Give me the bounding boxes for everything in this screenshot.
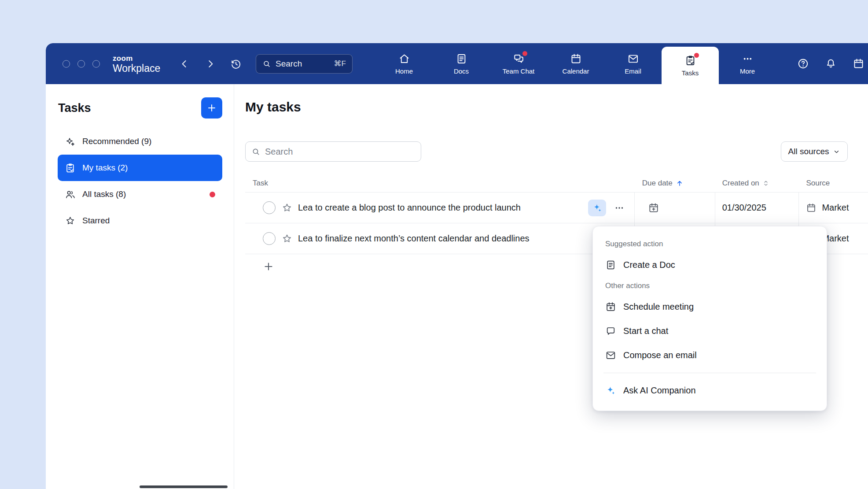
notification-dot: [694, 53, 699, 58]
sidebar: Tasks Recommended (9) My tasks (2): [46, 84, 234, 489]
row-actions: [588, 200, 634, 216]
task-cell: Lea to finalize next month’s content cal…: [245, 223, 635, 254]
table-row[interactable]: Lea to create a blog post to announce th…: [245, 193, 868, 223]
nav-label: Email: [625, 67, 641, 75]
sort-toggle-icon[interactable]: [762, 180, 769, 187]
nav-label: Tasks: [682, 69, 699, 77]
calendar-icon: [853, 58, 864, 70]
star-icon[interactable]: [281, 233, 293, 244]
window-controls[interactable]: [63, 60, 100, 67]
ai-sparkle-icon: [592, 203, 603, 213]
nav-item-tasks[interactable]: Tasks: [662, 47, 719, 84]
task-search-input[interactable]: [265, 147, 415, 157]
sort-ascending-icon[interactable]: [676, 179, 684, 187]
ai-companion-button[interactable]: [588, 200, 606, 216]
global-search-placeholder: Search: [276, 59, 330, 69]
nav-item-team-chat[interactable]: Team Chat: [490, 43, 547, 84]
chat-bubble-icon: [605, 326, 616, 337]
column-header-due-date[interactable]: Due date: [635, 179, 715, 188]
workplace-logo-text: Workplace: [113, 63, 160, 73]
task-search-field[interactable]: [245, 141, 421, 162]
nav-label: Calendar: [563, 67, 589, 75]
add-due-date-icon[interactable]: [648, 202, 659, 214]
nav-label: More: [740, 67, 755, 75]
sidebar-item-starred[interactable]: Starred: [58, 207, 222, 234]
menu-item-compose-email[interactable]: Compose an email: [593, 343, 827, 367]
nav-item-calendar[interactable]: Calendar: [547, 43, 604, 84]
menu-item-label: Schedule meeting: [623, 302, 694, 312]
zoom-logo-text: zoom: [113, 54, 160, 62]
sidebar-item-all-tasks[interactable]: All tasks (8): [58, 181, 222, 207]
back-button[interactable]: [179, 58, 190, 70]
sidebar-title: Tasks: [58, 101, 91, 115]
sidebar-item-label: Starred: [82, 216, 110, 226]
complete-task-checkbox[interactable]: [263, 232, 276, 245]
calendar-icon: [570, 53, 582, 65]
chevron-right-icon: [205, 58, 216, 70]
bell-icon: [825, 58, 837, 70]
sources-filter-label: All sources: [788, 147, 829, 156]
nav-item-docs[interactable]: Docs: [433, 43, 490, 84]
search-icon: [251, 147, 261, 156]
window-control-circle[interactable]: [92, 60, 100, 67]
forward-button[interactable]: [205, 58, 216, 70]
task-title: Lea to create a blog post to announce th…: [298, 203, 521, 213]
column-header-source[interactable]: Source: [799, 179, 868, 188]
task-title: Lea to finalize next month’s content cal…: [298, 233, 530, 244]
nav-label: Home: [395, 67, 413, 75]
star-icon: [65, 215, 76, 226]
menu-item-label: Create a Doc: [623, 260, 675, 270]
nav-item-home[interactable]: Home: [375, 43, 433, 84]
topbar: zoom Workplace Search ⌘F Home: [46, 43, 868, 84]
people-icon: [65, 189, 76, 200]
source-cell[interactable]: Market: [799, 193, 868, 223]
nav-item-more[interactable]: More: [719, 43, 776, 84]
plus-icon: [206, 103, 217, 113]
toolbar: All sources: [245, 141, 868, 162]
ai-sparkle-icon: [605, 385, 616, 396]
menu-item-label: Compose an email: [623, 350, 697, 360]
horizontal-scrollbar-thumb[interactable]: [140, 485, 228, 488]
doc-icon: [605, 259, 616, 270]
notification-dot: [522, 51, 527, 56]
due-date-cell[interactable]: [635, 193, 715, 223]
window-control-circle[interactable]: [63, 60, 70, 67]
add-task-button[interactable]: [201, 97, 222, 119]
menu-item-start-chat[interactable]: Start a chat: [593, 319, 827, 343]
window-control-circle[interactable]: [77, 60, 85, 67]
sidebar-list: Recommended (9) My tasks (2) All tasks (…: [58, 128, 222, 234]
schedule-button[interactable]: [853, 58, 864, 70]
sidebar-item-label: All tasks (8): [82, 189, 126, 199]
column-header-task[interactable]: Task: [245, 179, 635, 188]
sidebar-item-recommended[interactable]: Recommended (9): [58, 128, 222, 155]
sources-filter-dropdown[interactable]: All sources: [781, 141, 848, 162]
menu-item-label: Start a chat: [623, 326, 668, 336]
nav-item-email[interactable]: Email: [604, 43, 662, 84]
sparkles-icon: [65, 136, 76, 147]
global-search-field[interactable]: Search ⌘F: [256, 54, 353, 74]
menu-item-ask-ai-companion[interactable]: Ask AI Companion: [593, 378, 827, 403]
menu-item-create-doc[interactable]: Create a Doc: [593, 253, 827, 277]
row-more-button[interactable]: [612, 201, 626, 215]
menu-divider: [603, 373, 816, 373]
clipboard-check-icon: [65, 163, 76, 174]
history-button[interactable]: [230, 58, 242, 70]
task-cell: Lea to create a blog post to announce th…: [245, 193, 635, 223]
sidebar-item-my-tasks[interactable]: My tasks (2): [58, 155, 222, 181]
calendar-plus-icon: [605, 301, 616, 312]
star-icon[interactable]: [281, 202, 293, 214]
sidebar-item-label: Recommended (9): [82, 137, 151, 146]
menu-section-label: Other actions: [593, 277, 827, 295]
menu-item-schedule-meeting[interactable]: Schedule meeting: [593, 295, 827, 319]
sidebar-item-label: My tasks (2): [82, 163, 128, 173]
complete-task-checkbox[interactable]: [263, 201, 276, 214]
primary-navigation: Home Docs Team Chat Calendar: [375, 43, 776, 84]
column-header-created-on[interactable]: Created on: [715, 179, 799, 188]
nav-label: Docs: [454, 67, 469, 75]
chevron-down-icon: [833, 148, 840, 156]
help-button[interactable]: [797, 58, 809, 70]
topbar-utilities: [797, 43, 864, 84]
created-on-cell: 01/30/2025: [715, 193, 799, 223]
notifications-button[interactable]: [825, 58, 837, 70]
home-icon: [398, 53, 410, 65]
